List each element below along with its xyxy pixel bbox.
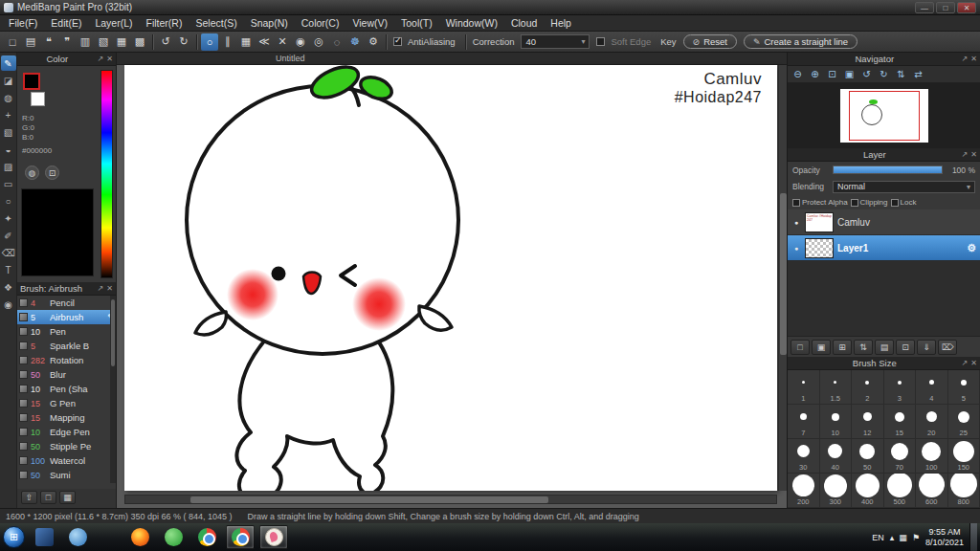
flip-horizontal-icon[interactable]: ⇄ bbox=[910, 67, 926, 81]
menu-item[interactable]: Filter(R) bbox=[140, 15, 189, 31]
gradient-tool-icon[interactable]: ▨ bbox=[1, 159, 16, 174]
snap-ellipse-icon[interactable]: ◌ bbox=[328, 33, 345, 51]
brush-size-option[interactable]: 7 bbox=[788, 405, 820, 439]
popout-icon[interactable]: ↗ bbox=[962, 55, 969, 63]
rotate-right-icon[interactable]: ↻ bbox=[876, 67, 892, 81]
cloud-upload-icon[interactable]: ❝ bbox=[40, 33, 57, 51]
tray-expand-icon[interactable]: ▴ bbox=[890, 533, 895, 542]
close-panel-icon[interactable]: ✕ bbox=[970, 359, 977, 367]
merge-layer-icon[interactable]: ⇓ bbox=[917, 340, 936, 355]
brush-item[interactable]: 10 Pen bbox=[17, 324, 116, 339]
lock-checkbox[interactable] bbox=[891, 199, 899, 207]
clipping-option[interactable]: Clipping bbox=[851, 198, 888, 207]
brush-size-option[interactable]: 800 bbox=[948, 474, 980, 508]
brush-item[interactable]: 15 Mapping bbox=[17, 410, 116, 425]
bucket-tool-icon[interactable]: ◒ bbox=[1, 142, 16, 157]
visibility-icon[interactable]: ● bbox=[791, 245, 801, 252]
foreground-color-swatch[interactable] bbox=[23, 73, 40, 90]
eyedropper-tool-icon[interactable]: ◉ bbox=[1, 297, 16, 312]
brush-size-option[interactable]: 600 bbox=[916, 474, 948, 508]
new-canvas-icon[interactable]: □ bbox=[4, 33, 21, 51]
minimize-button[interactable]: — bbox=[915, 2, 934, 13]
antialiasing-checkbox[interactable] bbox=[393, 37, 402, 46]
show-desktop-button[interactable] bbox=[969, 523, 977, 551]
opacity-slider[interactable] bbox=[833, 165, 943, 174]
saturation-value-box[interactable] bbox=[21, 188, 94, 276]
firefox-taskbar-icon[interactable] bbox=[125, 525, 154, 549]
brush-size-option[interactable]: 12 bbox=[852, 405, 884, 439]
language-indicator[interactable]: EN bbox=[872, 533, 884, 542]
layer-row-camluv[interactable]: ● Camluv #Hoidap247 Camluv bbox=[788, 209, 980, 235]
brush-item[interactable]: 5 Airbrush ✎ bbox=[17, 310, 116, 324]
duplicate-layer-icon[interactable]: ⊞ bbox=[833, 340, 852, 355]
open-file-icon[interactable]: ▤ bbox=[22, 33, 39, 51]
fill-tool-icon[interactable]: ▧ bbox=[1, 124, 16, 140]
move-tool-icon[interactable]: + bbox=[1, 107, 16, 122]
background-color-swatch[interactable] bbox=[31, 92, 45, 106]
new-folder-icon[interactable]: ▣ bbox=[812, 340, 831, 355]
layer-folder-icon[interactable]: ▤ bbox=[875, 340, 894, 355]
canvas-tab[interactable]: Untitled bbox=[117, 53, 787, 65]
close-panel-icon[interactable]: ✕ bbox=[970, 55, 977, 63]
close-panel-icon[interactable]: ✕ bbox=[106, 55, 113, 63]
snap-parallel-icon[interactable]: ∥ bbox=[219, 33, 236, 51]
brush-size-option[interactable]: 50 bbox=[852, 439, 884, 474]
delete-layer-icon[interactable]: ⌦ bbox=[938, 340, 957, 355]
color-wheel-icon[interactable]: ◍ bbox=[25, 165, 39, 180]
brush-item[interactable]: 4 Pencil bbox=[17, 296, 116, 310]
brush-item[interactable]: 50 Stipple Pe bbox=[17, 439, 116, 453]
comment-icon[interactable]: ❞ bbox=[58, 33, 76, 51]
brush-size-option[interactable]: 4 bbox=[916, 370, 948, 405]
resize-canvas-icon[interactable]: ▦ bbox=[113, 33, 130, 51]
brush-size-option[interactable]: 30 bbox=[788, 439, 820, 474]
select-tool-icon[interactable]: ▭ bbox=[1, 176, 16, 191]
lasso-tool-icon[interactable]: ○ bbox=[1, 193, 16, 209]
brush-size-option[interactable]: 1 bbox=[788, 370, 820, 405]
brush-item[interactable]: 50 Blur bbox=[17, 367, 116, 382]
freehand-brush-icon[interactable]: ○ bbox=[201, 33, 218, 51]
menu-item[interactable]: View(V) bbox=[345, 15, 394, 31]
scrollbar-thumb[interactable] bbox=[780, 193, 787, 355]
add-brush-icon[interactable]: □ bbox=[40, 491, 56, 504]
menu-item[interactable]: Window(W) bbox=[439, 15, 504, 31]
new-layer-icon[interactable]: □ bbox=[791, 340, 810, 355]
brush-item[interactable]: 5 Sparkle B bbox=[17, 339, 116, 353]
blending-dropdown[interactable]: Normal ▾ bbox=[833, 181, 975, 193]
select-pen-tool-icon[interactable]: ✐ bbox=[1, 228, 16, 243]
text-tool-icon[interactable]: T bbox=[1, 262, 16, 277]
brush-item[interactable]: 50 Sumi bbox=[17, 468, 116, 482]
magic-wand-tool-icon[interactable]: ✦ bbox=[1, 210, 16, 226]
action-center-flag-icon[interactable]: ⚑ bbox=[912, 533, 920, 542]
eraser-tool-icon[interactable]: ◪ bbox=[1, 73, 16, 88]
layer-row-layer1[interactable]: ● Layer1 ⚙ bbox=[788, 235, 980, 261]
hue-bar[interactable] bbox=[100, 70, 113, 278]
brush-item[interactable]: 100 Watercol bbox=[17, 453, 116, 468]
canvas-horizontal-scrollbar[interactable] bbox=[124, 495, 777, 504]
select-eraser-tool-icon[interactable]: ⌫ bbox=[1, 245, 16, 260]
snap-lines-icon[interactable]: ≪ bbox=[256, 33, 273, 51]
navigator-thumbnail[interactable] bbox=[840, 89, 928, 143]
scrollbar-thumb[interactable] bbox=[190, 496, 548, 503]
brush-settings-icon[interactable]: ▦ bbox=[59, 491, 76, 504]
brush-tool-icon[interactable]: ✎ bbox=[1, 55, 16, 71]
sync-brushes-icon[interactable]: ⇧ bbox=[21, 491, 37, 504]
undo-icon[interactable]: ↺ bbox=[157, 33, 174, 51]
menu-item[interactable]: Select(S) bbox=[189, 15, 243, 31]
create-straight-line-button[interactable]: ✎ Create a straight line bbox=[744, 34, 858, 49]
menu-item[interactable]: Tool(T) bbox=[394, 15, 439, 31]
canvas-vertical-scrollbar[interactable] bbox=[778, 65, 787, 491]
brush-size-option[interactable]: 15 bbox=[884, 405, 917, 439]
explorer-taskbar-icon[interactable] bbox=[30, 525, 58, 549]
close-button[interactable]: ✕ bbox=[957, 2, 976, 13]
snap-concentric-icon[interactable]: ◎ bbox=[310, 33, 327, 51]
rotate-left-icon[interactable]: ↺ bbox=[858, 67, 875, 81]
clipping-checkbox[interactable] bbox=[851, 199, 858, 207]
brush-size-option[interactable]: 2 bbox=[852, 370, 884, 405]
navigator-view-rect[interactable] bbox=[849, 91, 920, 141]
brush-size-option[interactable]: 100 bbox=[916, 439, 948, 474]
visibility-icon[interactable]: ● bbox=[791, 219, 801, 226]
brush-item[interactable]: 10 Pen (Sha bbox=[17, 382, 116, 396]
soft-edge-checkbox[interactable] bbox=[596, 37, 605, 46]
brush-size-option[interactable]: 400 bbox=[852, 474, 884, 508]
brush-size-option[interactable]: 3 bbox=[884, 370, 917, 405]
